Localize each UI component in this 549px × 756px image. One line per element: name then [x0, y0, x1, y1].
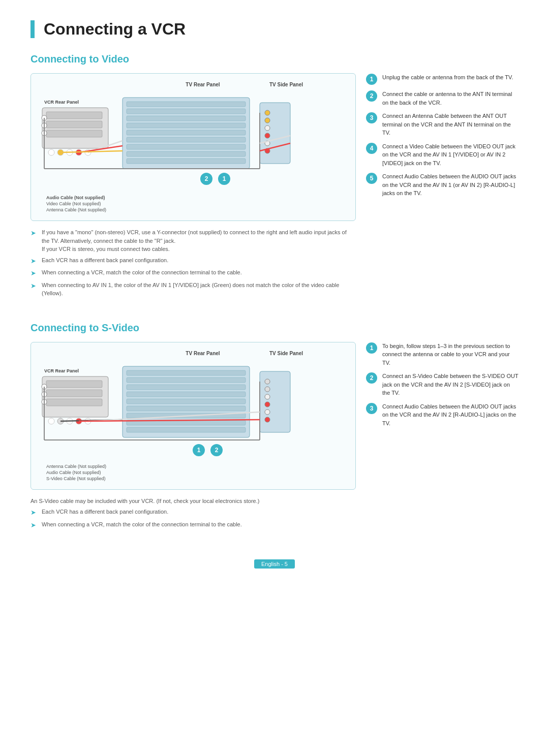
- section-svideo-title: Connecting to S-Video: [30, 322, 518, 334]
- svg-rect-60: [127, 392, 246, 397]
- audio-cable-label: Audio Cable (Not supplied): [46, 195, 345, 200]
- svg-rect-62: [127, 406, 246, 411]
- svg-point-51: [48, 418, 54, 424]
- svg-rect-47: [46, 399, 102, 406]
- step-num-3: 3: [366, 112, 377, 123]
- svg-point-24: [265, 110, 270, 115]
- svg-point-69: [265, 394, 270, 399]
- note-arrow-2: ➤: [30, 256, 38, 266]
- video-steps: 1 Unplug the cable or antenna from the b…: [366, 73, 518, 198]
- svg-rect-4: [46, 130, 102, 137]
- svideo-tv-side-label: TV Side Panel: [266, 351, 307, 356]
- svideo-cable-label: S-Video Cable (Not supplied): [46, 476, 345, 481]
- svg-rect-2: [46, 112, 102, 119]
- svideo-step-text-3: Connect Audio Cables between the AUDIO O…: [382, 402, 518, 428]
- svg-point-71: [265, 410, 270, 415]
- svideo-diagram-box: TV Rear Panel TV Side Panel VCR Rear Pan…: [30, 342, 356, 490]
- svideo-diagram-svg: VCR Rear Panel: [41, 361, 336, 463]
- svg-point-26: [265, 125, 270, 131]
- svg-point-25: [265, 118, 270, 123]
- svg-rect-59: [127, 385, 246, 390]
- svideo-step-1: 1 To begin, follow steps 1–3 in the prev…: [366, 342, 518, 367]
- svideo-audio-cable-label: Audio Cable (Not supplied): [46, 470, 345, 475]
- video-diagram: TV Rear Panel TV Side Panel VCR Rear Pan…: [30, 73, 356, 307]
- svideo-step-3: 3 Connect Audio Cables between the AUDIO…: [366, 402, 518, 428]
- step-num-1: 1: [366, 74, 377, 85]
- svg-rect-21: [127, 151, 246, 156]
- svideo-steps: 1 To begin, follow steps 1–3 in the prev…: [366, 342, 518, 428]
- svideo-note-arrow-2: ➤: [30, 520, 38, 530]
- svg-point-68: [265, 387, 270, 392]
- svideo-step-2: 2 Connect an S-Video Cable between the S…: [366, 372, 518, 397]
- svg-rect-19: [127, 137, 246, 142]
- video-note-1: ➤ If you have a "mono" (non-stereo) VCR,…: [30, 228, 356, 254]
- step-num-2: 2: [366, 90, 377, 102]
- video-note-3: ➤ When connecting a VCR, match the color…: [30, 268, 356, 278]
- svideo-note-2: ➤ When connecting a VCR, match the color…: [30, 520, 356, 530]
- svideo-notes: An S-Video cable may be included with yo…: [30, 497, 356, 530]
- svideo-step-num-2: 2: [366, 372, 377, 384]
- svideo-step-num-1: 1: [366, 342, 377, 354]
- svg-point-67: [265, 379, 270, 384]
- tv-side-label: TV Side Panel: [266, 82, 307, 87]
- video-step-1: 1 Unplug the cable or antenna from the b…: [366, 73, 518, 85]
- video-step-5: 5 Connect Audio Cables between the AUDIO…: [366, 172, 518, 198]
- svg-point-70: [265, 402, 270, 407]
- video-diagram-box: TV Rear Panel TV Side Panel VCR Rear Pan…: [30, 73, 356, 221]
- svg-rect-65: [127, 427, 246, 432]
- svg-rect-23: [260, 103, 290, 164]
- svg-rect-20: [127, 144, 246, 149]
- svg-text:VCR Rear Panel: VCR Rear Panel: [44, 368, 79, 373]
- svideo-step-text-1: To begin, follow steps 1–3 in the previo…: [382, 342, 518, 367]
- video-step-4: 4 Connect a Video Cable between the VIDE…: [366, 142, 518, 168]
- video-notes: ➤ If you have a "mono" (non-stereo) VCR,…: [30, 228, 356, 298]
- section-video-title: Connecting to Video: [30, 53, 518, 65]
- svg-text:2: 2: [215, 447, 219, 454]
- svg-rect-61: [127, 399, 246, 404]
- svg-rect-46: [46, 390, 102, 397]
- svg-rect-45: [46, 381, 102, 388]
- step-text-4: Connect a Video Cable between the VIDEO …: [382, 142, 518, 168]
- note-arrow-3: ➤: [30, 268, 38, 278]
- step-text-2: Connect the cable or antenna to the ANT …: [382, 90, 518, 107]
- svg-rect-15: [127, 109, 246, 114]
- svg-text:2: 2: [205, 175, 208, 182]
- footer: English - 5: [30, 559, 518, 569]
- page-title: Connecting a VCR: [30, 20, 518, 38]
- video-step-3: 3 Connect an Antenna Cable between the A…: [366, 112, 518, 137]
- svideo-diagram: TV Rear Panel TV Side Panel VCR Rear Pan…: [30, 342, 356, 540]
- footer-badge: English - 5: [254, 559, 295, 569]
- svideo-tv-rear-label: TV Rear Panel: [147, 351, 259, 356]
- svg-rect-22: [127, 159, 246, 164]
- svg-text:1: 1: [223, 175, 226, 182]
- svg-point-72: [265, 417, 270, 422]
- tv-rear-label: TV Rear Panel: [147, 82, 259, 87]
- video-note-4: ➤ When connecting to AV IN 1, the color …: [30, 281, 356, 298]
- step-num-5: 5: [366, 173, 377, 184]
- svg-text:1: 1: [197, 447, 201, 454]
- video-cable-label: Video Cable (Not supplied): [46, 201, 345, 206]
- svideo-note-arrow-1: ➤: [30, 508, 38, 518]
- svideo-note-1: ➤ Each VCR has a different back panel co…: [30, 508, 356, 518]
- svg-rect-16: [127, 116, 246, 121]
- svideo-step-num-3: 3: [366, 403, 377, 414]
- video-note-2: ➤ Each VCR has a different back panel co…: [30, 256, 356, 266]
- note-arrow-4: ➤: [30, 281, 38, 291]
- svideo-section-content: TV Rear Panel TV Side Panel VCR Rear Pan…: [30, 342, 518, 540]
- video-diagram-svg: VCR Rear Panel: [41, 92, 336, 194]
- svideo-note-intro: An S-Video cable may be included with yo…: [30, 497, 356, 506]
- svg-rect-58: [127, 377, 246, 383]
- svg-rect-14: [127, 102, 246, 107]
- svg-rect-17: [127, 123, 246, 128]
- svg-rect-66: [260, 371, 290, 432]
- svideo-step-text-2: Connect an S-Video Cable between the S-V…: [382, 372, 518, 397]
- svg-rect-3: [46, 121, 102, 128]
- video-step-2: 2 Connect the cable or antenna to the AN…: [366, 90, 518, 107]
- video-section-content: TV Rear Panel TV Side Panel VCR Rear Pan…: [30, 73, 518, 307]
- step-text-3: Connect an Antenna Cable between the ANT…: [382, 112, 518, 137]
- step-text-1: Unplug the cable or antenna from the bac…: [382, 73, 513, 82]
- antenna-cable-label: Antenna Cable (Not supplied): [46, 207, 345, 212]
- svg-rect-18: [127, 130, 246, 135]
- note-arrow-1: ➤: [30, 228, 38, 238]
- svg-point-27: [265, 133, 270, 138]
